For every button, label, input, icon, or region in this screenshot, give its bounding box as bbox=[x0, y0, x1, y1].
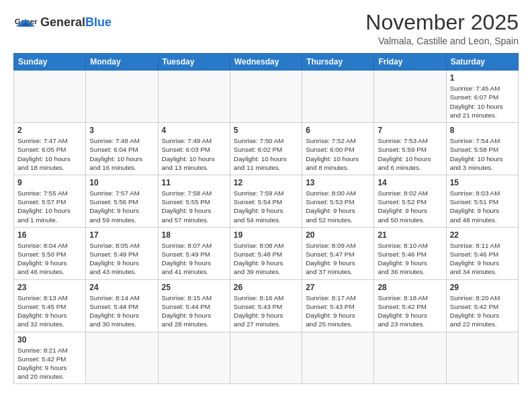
day-number: 16 bbox=[17, 230, 82, 240]
header-wednesday: Wednesday bbox=[230, 54, 302, 71]
table-row bbox=[14, 71, 86, 123]
day-number: 15 bbox=[450, 178, 515, 187]
day-info: Sunrise: 8:20 AM Sunset: 5:42 PM Dayligh… bbox=[450, 293, 515, 329]
day-number: 11 bbox=[162, 178, 226, 187]
day-number: 8 bbox=[450, 126, 515, 135]
day-info: Sunrise: 8:13 AM Sunset: 5:45 PM Dayligh… bbox=[17, 293, 82, 329]
table-row: 16Sunrise: 8:04 AM Sunset: 5:50 PM Dayli… bbox=[14, 227, 86, 279]
table-row bbox=[302, 332, 374, 384]
day-info: Sunrise: 7:53 AM Sunset: 5:59 PM Dayligh… bbox=[378, 136, 442, 172]
header: General GeneralBlue November 2025 Valmal… bbox=[13, 11, 519, 46]
day-info: Sunrise: 7:48 AM Sunset: 6:04 PM Dayligh… bbox=[89, 136, 154, 172]
day-number: 22 bbox=[450, 230, 515, 240]
day-number: 5 bbox=[234, 126, 298, 135]
table-row: 8Sunrise: 7:54 AM Sunset: 5:58 PM Daylig… bbox=[446, 123, 518, 175]
day-number: 10 bbox=[89, 178, 154, 187]
table-row: 26Sunrise: 8:16 AM Sunset: 5:43 PM Dayli… bbox=[230, 279, 302, 332]
table-row: 30Sunrise: 8:21 AM Sunset: 5:42 PM Dayli… bbox=[14, 332, 86, 384]
table-row: 25Sunrise: 8:15 AM Sunset: 5:44 PM Dayli… bbox=[158, 279, 230, 332]
header-friday: Friday bbox=[374, 54, 446, 71]
day-number: 29 bbox=[450, 283, 515, 292]
day-info: Sunrise: 8:18 AM Sunset: 5:42 PM Dayligh… bbox=[378, 293, 442, 329]
logo: General GeneralBlue bbox=[13, 11, 112, 35]
table-row bbox=[374, 332, 446, 384]
table-row: 9Sunrise: 7:55 AM Sunset: 5:57 PM Daylig… bbox=[14, 175, 86, 227]
table-row bbox=[374, 71, 446, 123]
day-number: 18 bbox=[162, 230, 226, 240]
table-row: 15Sunrise: 8:03 AM Sunset: 5:51 PM Dayli… bbox=[446, 175, 518, 227]
calendar-table: Sunday Monday Tuesday Wednesday Thursday… bbox=[13, 53, 519, 384]
page: General GeneralBlue November 2025 Valmal… bbox=[0, 0, 532, 411]
table-row: 1Sunrise: 7:45 AM Sunset: 6:07 PM Daylig… bbox=[446, 71, 518, 123]
day-info: Sunrise: 7:55 AM Sunset: 5:57 PM Dayligh… bbox=[17, 189, 82, 224]
day-number: 2 bbox=[17, 126, 82, 135]
table-row: 22Sunrise: 8:11 AM Sunset: 5:46 PM Dayli… bbox=[446, 227, 518, 279]
day-number: 21 bbox=[378, 230, 442, 240]
day-info: Sunrise: 8:05 AM Sunset: 5:49 PM Dayligh… bbox=[89, 241, 154, 277]
table-row bbox=[86, 332, 158, 384]
day-info: Sunrise: 8:10 AM Sunset: 5:46 PM Dayligh… bbox=[378, 241, 442, 277]
table-row bbox=[302, 71, 374, 123]
table-row: 21Sunrise: 8:10 AM Sunset: 5:46 PM Dayli… bbox=[374, 227, 446, 279]
day-info: Sunrise: 8:15 AM Sunset: 5:44 PM Dayligh… bbox=[162, 293, 226, 329]
day-number: 25 bbox=[162, 283, 226, 292]
table-row: 28Sunrise: 8:18 AM Sunset: 5:42 PM Dayli… bbox=[374, 279, 446, 332]
generalblue-logo-icon: General bbox=[13, 11, 38, 35]
table-row: 27Sunrise: 8:17 AM Sunset: 5:43 PM Dayli… bbox=[302, 279, 374, 332]
title-block: November 2025 Valmala, Castille and Leon… bbox=[365, 11, 519, 46]
day-info: Sunrise: 8:08 AM Sunset: 5:48 PM Dayligh… bbox=[234, 241, 298, 277]
day-number: 13 bbox=[306, 178, 370, 187]
table-row: 12Sunrise: 7:59 AM Sunset: 5:54 PM Dayli… bbox=[230, 175, 302, 227]
day-number: 7 bbox=[378, 126, 442, 135]
day-number: 30 bbox=[17, 335, 82, 345]
day-number: 28 bbox=[378, 283, 442, 292]
table-row bbox=[230, 71, 302, 123]
day-info: Sunrise: 8:02 AM Sunset: 5:52 PM Dayligh… bbox=[378, 189, 442, 224]
table-row bbox=[230, 332, 302, 384]
table-row: 7Sunrise: 7:53 AM Sunset: 5:59 PM Daylig… bbox=[374, 123, 446, 175]
day-info: Sunrise: 7:50 AM Sunset: 6:02 PM Dayligh… bbox=[234, 136, 298, 172]
day-number: 27 bbox=[306, 283, 370, 292]
table-row: 19Sunrise: 8:08 AM Sunset: 5:48 PM Dayli… bbox=[230, 227, 302, 279]
day-number: 9 bbox=[17, 178, 82, 187]
table-row: 11Sunrise: 7:58 AM Sunset: 5:55 PM Dayli… bbox=[158, 175, 230, 227]
day-number: 26 bbox=[234, 283, 298, 292]
header-sunday: Sunday bbox=[14, 54, 86, 71]
table-row: 18Sunrise: 8:07 AM Sunset: 5:49 PM Dayli… bbox=[158, 227, 230, 279]
day-number: 24 bbox=[89, 283, 154, 292]
weekday-header-row: Sunday Monday Tuesday Wednesday Thursday… bbox=[14, 54, 519, 71]
table-row: 10Sunrise: 7:57 AM Sunset: 5:56 PM Dayli… bbox=[86, 175, 158, 227]
day-info: Sunrise: 7:47 AM Sunset: 6:05 PM Dayligh… bbox=[17, 136, 82, 172]
table-row: 13Sunrise: 8:00 AM Sunset: 5:53 PM Dayli… bbox=[302, 175, 374, 227]
day-info: Sunrise: 8:14 AM Sunset: 5:44 PM Dayligh… bbox=[89, 293, 154, 329]
logo-text: GeneralBlue bbox=[40, 16, 112, 30]
day-info: Sunrise: 8:16 AM Sunset: 5:43 PM Dayligh… bbox=[234, 293, 298, 329]
day-info: Sunrise: 7:49 AM Sunset: 6:03 PM Dayligh… bbox=[162, 136, 226, 172]
day-info: Sunrise: 8:07 AM Sunset: 5:49 PM Dayligh… bbox=[162, 241, 226, 277]
location: Valmala, Castille and Leon, Spain bbox=[365, 36, 519, 46]
day-info: Sunrise: 8:04 AM Sunset: 5:50 PM Dayligh… bbox=[17, 241, 82, 277]
header-thursday: Thursday bbox=[302, 54, 374, 71]
day-info: Sunrise: 7:52 AM Sunset: 6:00 PM Dayligh… bbox=[306, 136, 370, 172]
table-row: 24Sunrise: 8:14 AM Sunset: 5:44 PM Dayli… bbox=[86, 279, 158, 332]
day-number: 1 bbox=[450, 73, 515, 83]
day-info: Sunrise: 8:17 AM Sunset: 5:43 PM Dayligh… bbox=[306, 293, 370, 329]
table-row: 17Sunrise: 8:05 AM Sunset: 5:49 PM Dayli… bbox=[86, 227, 158, 279]
table-row: 14Sunrise: 8:02 AM Sunset: 5:52 PM Dayli… bbox=[374, 175, 446, 227]
day-info: Sunrise: 7:54 AM Sunset: 5:58 PM Dayligh… bbox=[450, 136, 515, 172]
table-row: 5Sunrise: 7:50 AM Sunset: 6:02 PM Daylig… bbox=[230, 123, 302, 175]
header-saturday: Saturday bbox=[446, 54, 518, 71]
day-number: 19 bbox=[234, 230, 298, 240]
day-info: Sunrise: 8:03 AM Sunset: 5:51 PM Dayligh… bbox=[450, 189, 515, 224]
day-info: Sunrise: 7:58 AM Sunset: 5:55 PM Dayligh… bbox=[162, 189, 226, 224]
day-number: 3 bbox=[89, 126, 154, 135]
table-row: 2Sunrise: 7:47 AM Sunset: 6:05 PM Daylig… bbox=[14, 123, 86, 175]
day-info: Sunrise: 8:09 AM Sunset: 5:47 PM Dayligh… bbox=[306, 241, 370, 277]
day-number: 6 bbox=[306, 126, 370, 135]
day-number: 14 bbox=[378, 178, 442, 187]
day-info: Sunrise: 7:59 AM Sunset: 5:54 PM Dayligh… bbox=[234, 189, 298, 224]
day-info: Sunrise: 8:00 AM Sunset: 5:53 PM Dayligh… bbox=[306, 189, 370, 224]
day-number: 23 bbox=[17, 283, 82, 292]
table-row: 29Sunrise: 8:20 AM Sunset: 5:42 PM Dayli… bbox=[446, 279, 518, 332]
table-row bbox=[446, 332, 518, 384]
